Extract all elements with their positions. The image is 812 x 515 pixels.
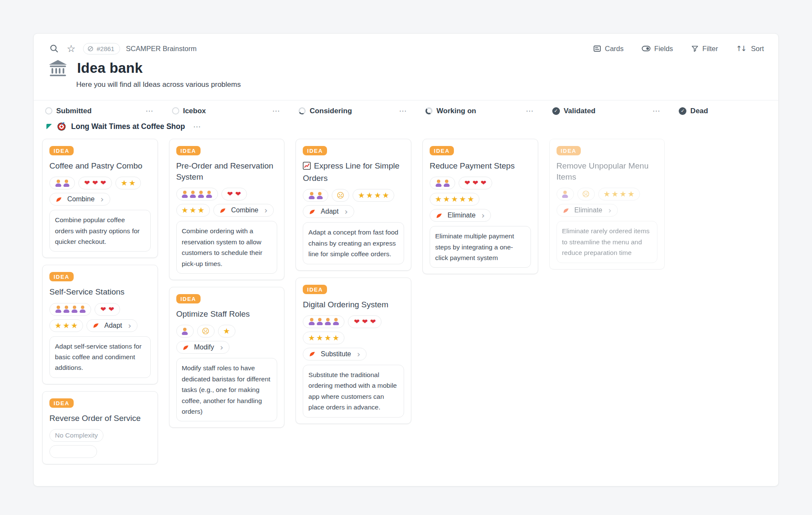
heart-emoji: ❤	[471, 179, 479, 187]
entity-id-pill[interactable]: #2861	[83, 43, 120, 54]
column-menu-button[interactable]: ⋯	[146, 106, 154, 115]
card-description[interactable]: Adapt a concept from fast food chains by…	[303, 222, 404, 264]
card-title: Remove Unpopular Menu Items	[557, 160, 658, 183]
scamper-button[interactable]: Substitute›	[303, 348, 367, 360]
star-emoji-reaction-chip[interactable]: ★★★★	[598, 188, 640, 200]
column-header-working-on[interactable]: Working on⋯	[422, 105, 538, 117]
scamper-button[interactable]: Adapt›	[86, 319, 138, 332]
filter-button[interactable]: Filter	[691, 45, 718, 53]
scamper-flag-icon	[220, 207, 226, 214]
group-menu-button[interactable]: ⋯	[193, 122, 201, 131]
idea-card[interactable]: IDEAExpress Line for Simple Orders☹★★★★A…	[296, 139, 411, 271]
star-emoji: ★	[382, 192, 390, 199]
person-emoji	[205, 191, 213, 198]
column-header-dead[interactable]: ✓Dead⋯	[676, 105, 779, 117]
star-emoji-reaction-chip[interactable]: ★★★	[49, 319, 83, 332]
card-description[interactable]: Combine ordering with a reservation syst…	[176, 221, 278, 274]
person-emoji-reaction-chip[interactable]	[430, 177, 455, 189]
scamper-button[interactable]: Modify›	[176, 341, 230, 354]
person-emoji	[332, 318, 340, 325]
scamper-label: Adapt	[104, 322, 122, 329]
person-emoji-reaction-chip[interactable]	[557, 188, 574, 200]
scamper-label: Eliminate	[574, 206, 603, 214]
fields-button[interactable]: Fields	[642, 45, 673, 53]
card-title: Express Line for Simple Orders	[303, 160, 404, 184]
idea-card[interactable]: IDEASelf-Service Stations❤❤★★★Adapt›Adap…	[42, 265, 158, 384]
heart-emoji-reaction-chip[interactable]: ❤❤❤	[78, 177, 112, 189]
column-menu-button[interactable]: ⋯	[526, 106, 534, 115]
idea-card[interactable]: IDEARemove Unpopular Menu Items☹★★★★Elim…	[549, 139, 665, 269]
collapse-triangle-icon[interactable]	[46, 124, 52, 129]
scamper-button[interactable]: Eliminate›	[430, 209, 491, 222]
card-description[interactable]: Combine popular coffee orders with pastr…	[49, 210, 151, 252]
column-header-icebox[interactable]: Icebox⋯	[169, 105, 285, 117]
column-menu-button[interactable]: ⋯	[399, 106, 407, 115]
heart-emoji-reaction-chip[interactable]: ❤❤	[221, 188, 247, 200]
card-title: Self-Service Stations	[49, 286, 151, 298]
star-emoji-reaction-chip[interactable]: ★★★	[176, 204, 210, 217]
sort-arrows-icon: ↑↓	[736, 44, 746, 53]
sad-emoji-reaction-chip[interactable]: ☹	[332, 189, 349, 202]
star-emoji: ★	[627, 190, 635, 198]
idea-card[interactable]: IDEAReverse Order of ServiceNo Complexit…	[42, 391, 158, 464]
idea-card[interactable]: IDEACoffee and Pastry Combo❤❤❤★★Combine›…	[42, 139, 158, 258]
star-emoji-reaction-chip[interactable]: ★★	[115, 177, 141, 189]
person-emoji-reaction-chip[interactable]	[303, 315, 344, 328]
idea-type-badge: IDEA	[303, 285, 327, 294]
sad-emoji-reaction-chip[interactable]: ☹	[577, 188, 595, 200]
column-header-submitted[interactable]: Submitted⋯	[42, 105, 158, 117]
card-description[interactable]: Eliminate multiple payment steps by inte…	[430, 226, 531, 268]
star-emoji: ★	[62, 322, 70, 329]
person-emoji-reaction-chip[interactable]	[176, 188, 218, 200]
chevron-right-icon: ›	[100, 197, 104, 202]
complexity-chip[interactable]: No Complexity	[49, 429, 103, 442]
star-emoji-reaction-chip[interactable]: ★★★★	[303, 332, 344, 344]
chip-row: ☹★★★★Adapt›	[303, 189, 404, 218]
card-description[interactable]: Eliminate rarely ordered items to stream…	[557, 221, 658, 263]
card-description[interactable]: Adapt self-service stations for basic co…	[49, 336, 151, 378]
group-title[interactable]: Long Wait Times at Coffee Shop	[71, 122, 185, 131]
card-description[interactable]: Substitute the traditional ordering meth…	[303, 365, 404, 418]
heart-emoji: ❤	[463, 179, 471, 187]
idea-card[interactable]: IDEAOptimize Staff Roles☹★Modify›Modify …	[169, 287, 285, 428]
heart-emoji-reaction-chip[interactable]: ❤❤❤	[348, 315, 382, 328]
person-emoji-reaction-chip[interactable]	[303, 189, 328, 202]
clipped-chip[interactable]	[49, 445, 97, 458]
scamper-button[interactable]: Adapt›	[303, 205, 354, 218]
scamper-button[interactable]: Eliminate›	[557, 204, 618, 217]
person-emoji	[181, 328, 189, 335]
view-title: SCAMPER Brainstorm	[126, 45, 197, 53]
chevron-right-icon: ›	[482, 213, 485, 218]
star-emoji-reaction-chip[interactable]: ★	[218, 325, 235, 338]
favorite-star-icon[interactable]: ☆	[65, 43, 77, 54]
sad-emoji-reaction-chip[interactable]: ☹	[197, 325, 215, 338]
person-emoji-reaction-chip[interactable]	[49, 177, 75, 189]
card-description[interactable]: Modify staff roles to have dedicated bar…	[176, 358, 278, 421]
person-emoji	[561, 191, 569, 198]
chip-row: ❤❤❤★★★★Substitute›	[303, 315, 404, 360]
idea-card[interactable]: IDEAReduce Payment Steps❤❤❤★★★★★Eliminat…	[422, 139, 538, 274]
sort-button[interactable]: ↑↓ Sort	[736, 44, 764, 53]
star-emoji-reaction-chip[interactable]: ★★★★★	[430, 193, 479, 206]
column-menu-button[interactable]: ⋯	[272, 106, 280, 115]
scamper-button[interactable]: Combine›	[49, 193, 110, 206]
column-header-validated[interactable]: ✓Validated⋯	[549, 105, 665, 117]
search-icon[interactable]	[48, 43, 60, 54]
idea-card[interactable]: IDEADigital Ordering System❤❤❤★★★★Substi…	[296, 278, 411, 424]
person-emoji-reaction-chip[interactable]	[176, 325, 194, 338]
idea-card[interactable]: IDEAPre-Order and Reservation System❤❤★★…	[169, 139, 285, 280]
person-emoji	[181, 191, 189, 198]
scamper-label: Adapt	[321, 208, 339, 215]
star-emoji-reaction-chip[interactable]: ★★★★	[353, 189, 394, 202]
document-header: Idea bank	[34, 53, 778, 77]
heart-emoji-reaction-chip[interactable]: ❤❤	[95, 303, 120, 316]
scamper-button[interactable]: Combine›	[213, 204, 274, 217]
column-menu-button[interactable]: ⋯	[652, 106, 660, 115]
heart-emoji-reaction-chip[interactable]: ❤❤❤	[459, 177, 492, 189]
column-header-considering[interactable]: Considering⋯	[296, 105, 411, 117]
card-title: Reverse Order of Service	[49, 413, 151, 424]
cards-button[interactable]: Cards	[593, 45, 624, 53]
person-emoji-reaction-chip[interactable]	[49, 303, 91, 316]
scamper-label: Combine	[231, 206, 258, 214]
scamper-flag-icon	[56, 196, 62, 203]
